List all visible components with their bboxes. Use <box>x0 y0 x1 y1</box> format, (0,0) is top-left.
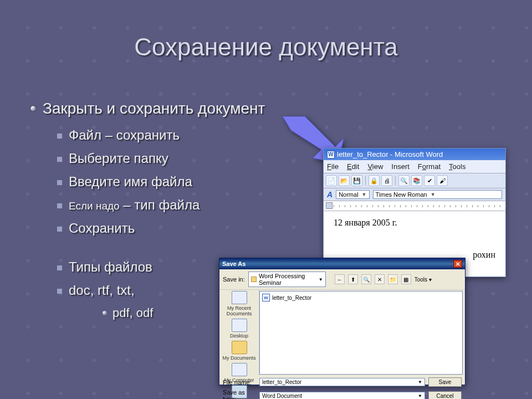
file-name: letter_to_Rector <box>272 295 311 301</box>
bullet-level1: Закрыть и сохранить документ <box>30 100 265 117</box>
chevron-down-icon: ▼ <box>431 192 436 197</box>
sub-text: Сохранить <box>69 221 135 236</box>
menu-insert[interactable]: Insert <box>391 162 410 171</box>
place-recent[interactable]: My Recent Documents <box>219 290 259 318</box>
format-painter-icon[interactable]: 🖌 <box>437 175 448 186</box>
save-button[interactable]: Save <box>428 377 462 387</box>
style-combo[interactable]: Normal▼ <box>336 190 369 199</box>
print-icon[interactable]: 🖨 <box>381 175 392 186</box>
bullet-level2: Выберите папку <box>57 151 265 166</box>
bullet-level2: Введите имя файла <box>57 174 265 190</box>
preview-icon[interactable]: 🔍 <box>398 175 410 186</box>
file-list[interactable]: W letter_to_Rector <box>259 291 463 375</box>
save-as-dialog: Save As ✕ Save in: Word Processing Semin… <box>219 258 466 385</box>
places-bar: My Recent Documents Desktop My Documents… <box>219 290 259 376</box>
spellcheck-icon[interactable]: ✔ <box>424 175 435 186</box>
views-icon[interactable]: ▦ <box>401 274 411 284</box>
recent-docs-icon <box>232 291 247 304</box>
savetype-label: Save as type: <box>223 389 256 399</box>
up-folder-icon[interactable]: ⬆ <box>348 274 358 284</box>
sub-text: Типы файлов <box>69 259 152 275</box>
mydocs-icon <box>232 341 247 354</box>
menu-format[interactable]: Format <box>418 162 441 171</box>
savein-value: Word Processing Seminar <box>259 273 316 286</box>
bullet-dot-icon <box>30 106 36 111</box>
chevron-down-icon: ▼ <box>418 393 422 398</box>
bullet-square-icon <box>57 203 62 208</box>
new-doc-icon[interactable]: 📄 <box>326 175 337 186</box>
save-icon[interactable]: 💾 <box>351 175 362 186</box>
font-value: Times New Roman <box>376 191 427 198</box>
tools-menu[interactable]: Tools ▾ <box>415 277 432 283</box>
bullet-smalldot-icon <box>103 311 107 315</box>
open-icon[interactable]: 📂 <box>339 175 350 186</box>
word-app-icon: W <box>327 151 335 158</box>
research-icon[interactable]: 📚 <box>411 175 422 186</box>
place-label: Desktop <box>230 333 248 339</box>
bullet-square-icon <box>57 289 62 294</box>
dialog-title-text: Save As <box>222 260 245 267</box>
dialog-titlebar: Save As ✕ <box>219 258 465 269</box>
word-titlebar: W letter_to_Rector - Microsoft Word <box>324 149 505 160</box>
styles-icon[interactable]: A <box>327 190 332 199</box>
word-title-text: letter_to_Rector - Microsoft Word <box>337 150 443 158</box>
search-web-icon[interactable]: 🔍 <box>361 274 371 284</box>
bullet1-text: Закрыть и сохранить документ <box>43 100 265 117</box>
menu-file[interactable]: File <box>327 162 339 171</box>
bullet-square-icon <box>57 227 62 232</box>
word-doc-icon: W <box>262 294 270 301</box>
word-ruler[interactable] <box>324 201 505 211</box>
place-mydocs[interactable]: My Documents <box>219 340 259 362</box>
place-label: My Documents <box>222 355 255 361</box>
back-icon[interactable]: ← <box>335 274 345 284</box>
bullet-level2: Файл – сохранить <box>57 127 265 143</box>
bullet-square-icon <box>57 157 62 162</box>
filename-input[interactable]: letter_to_Rector▼ <box>259 378 425 386</box>
bullet-square-icon <box>57 180 62 185</box>
close-icon[interactable]: ✕ <box>453 260 462 268</box>
filename-label: File name: <box>223 379 256 386</box>
mycomputer-icon <box>232 363 247 376</box>
cancel-button[interactable]: Cancel <box>428 391 462 400</box>
dialog-toolbar: Save in: Word Processing Seminar ▼ ← ⬆ 🔍… <box>219 269 465 290</box>
filename-value: letter_to_Rector <box>262 379 301 385</box>
sub-text: Введите имя файла <box>69 174 192 190</box>
word-toolbar: 📄 📂 💾 🔒 🖨 🔍 📚 ✔ 🖌 <box>324 173 505 188</box>
bullet-square-icon <box>57 134 62 139</box>
menu-view[interactable]: View <box>367 162 383 171</box>
place-label: My Recent Documents <box>221 305 258 316</box>
menu-tools[interactable]: Tools <box>449 162 466 171</box>
word-menubar: File Edit View Insert Format Tools <box>324 160 505 173</box>
ruler-indent-icon[interactable] <box>326 202 332 209</box>
sub-text: Выберите папку <box>69 151 168 166</box>
permission-icon[interactable]: 🔒 <box>369 175 380 186</box>
sub-text: doc, rtf, txt, <box>69 283 135 298</box>
sub3-text: pdf, odf <box>112 306 153 320</box>
sub-text: – тип файла <box>120 197 200 212</box>
slide-title: Сохранение документа <box>0 33 532 61</box>
word-format-toolbar: A Normal▼ Times New Roman▼ <box>324 188 505 201</box>
chevron-down-icon: ▼ <box>319 277 323 282</box>
folder-icon <box>251 277 257 282</box>
sub-text: Файл – сохранить <box>69 127 180 143</box>
bullet-square-icon <box>57 265 62 270</box>
doc-date-line: 12 января 2005 г. <box>334 218 495 228</box>
savein-label: Save in: <box>223 276 245 283</box>
sub-text-small: Если надо <box>69 200 120 212</box>
delete-icon[interactable]: ✕ <box>375 274 385 284</box>
bullet-level2: Если надо – тип файла <box>57 197 265 213</box>
place-desktop[interactable]: Desktop <box>219 318 259 340</box>
menu-edit[interactable]: Edit <box>347 162 359 171</box>
new-folder-icon[interactable]: 📁 <box>388 274 398 284</box>
desktop-icon <box>232 319 247 332</box>
style-value: Normal <box>339 191 358 198</box>
list-item[interactable]: W letter_to_Rector <box>262 294 460 301</box>
chevron-down-icon: ▼ <box>418 380 422 385</box>
savetype-value: Word Document <box>262 393 302 399</box>
chevron-down-icon: ▼ <box>362 192 367 197</box>
font-combo[interactable]: Times New Roman▼ <box>373 190 503 199</box>
savetype-combo[interactable]: Word Document▼ <box>259 392 425 400</box>
bullet-level2: Сохранить <box>57 221 265 236</box>
savein-combo[interactable]: Word Processing Seminar ▼ <box>248 272 326 287</box>
